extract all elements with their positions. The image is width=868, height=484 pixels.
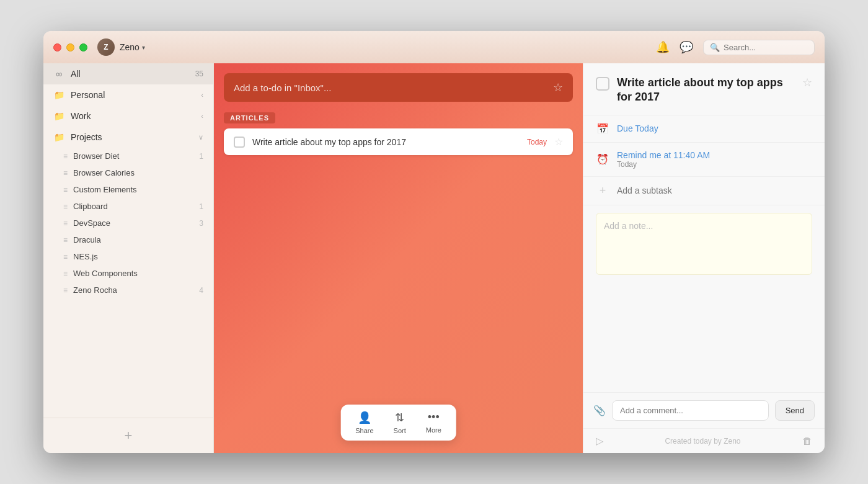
star-icon: ☆ bbox=[553, 81, 563, 94]
subitem-label: NES.js bbox=[73, 252, 203, 261]
reminder-info: Remind me at 11:40 AM Today bbox=[617, 150, 710, 169]
subitem-count: 1 bbox=[199, 152, 203, 161]
chevron-down-icon[interactable]: ▾ bbox=[142, 44, 145, 51]
task-star-icon[interactable]: ☆ bbox=[554, 136, 563, 148]
search-input[interactable] bbox=[724, 43, 808, 52]
plus-icon: + bbox=[596, 184, 609, 197]
chevron-right-icon-work: ‹ bbox=[201, 112, 203, 120]
more-button[interactable]: ••• More bbox=[426, 411, 441, 434]
task-due: Today bbox=[527, 138, 547, 146]
avatar: Z bbox=[97, 38, 115, 56]
sidebar-projects-label: Projects bbox=[71, 132, 195, 142]
footer-text: Created today by Zeno bbox=[665, 437, 740, 446]
list-icon: ≡ bbox=[63, 169, 67, 177]
list-icon: ≡ bbox=[63, 236, 67, 244]
paperclip-icon: 📎 bbox=[593, 405, 606, 416]
maximize-button[interactable] bbox=[79, 43, 87, 52]
inbox-input-bar[interactable]: Add a to-do in "Inbox"... ☆ bbox=[224, 73, 573, 102]
bell-icon[interactable]: 🔔 bbox=[656, 40, 670, 54]
sidebar-personal-label: Personal bbox=[71, 90, 197, 100]
reminder-row[interactable]: ⏰ Remind me at 11:40 AM Today bbox=[583, 143, 825, 177]
task-checkbox[interactable] bbox=[234, 137, 245, 148]
subitem-label: Zeno Rocha bbox=[73, 285, 199, 295]
inbox-placeholder: Add a to-do in "Inbox"... bbox=[234, 83, 331, 93]
reminder-label: Remind me at 11:40 AM bbox=[617, 150, 710, 160]
sidebar-subitem-devspace[interactable]: ≡ DevSpace 3 bbox=[43, 215, 213, 231]
traffic-lights bbox=[53, 43, 87, 52]
subtask-row[interactable]: + bbox=[583, 177, 825, 205]
subitem-label: Web Components bbox=[73, 269, 203, 278]
sidebar-all-label: All bbox=[71, 69, 195, 79]
subitem-count: 3 bbox=[199, 219, 203, 228]
sidebar-item-projects[interactable]: 📁 Projects ∨ bbox=[43, 127, 213, 148]
sidebar-item-work[interactable]: 📁 Work ‹ bbox=[43, 105, 213, 127]
detail-footer: ▷ Created today by Zeno 🗑 bbox=[583, 428, 825, 453]
calendar-icon: 📅 bbox=[596, 123, 609, 135]
infinity-icon: ∞ bbox=[53, 68, 64, 79]
note-placeholder: Add a note... bbox=[604, 221, 653, 231]
list-icon: ≡ bbox=[63, 202, 67, 211]
subitem-label: Clipboard bbox=[73, 202, 199, 211]
note-area[interactable]: Add a note... bbox=[596, 213, 812, 275]
share-label: Share bbox=[355, 427, 373, 434]
subitem-label: Custom Elements bbox=[73, 185, 203, 194]
sidebar-work-label: Work bbox=[71, 111, 197, 121]
sidebar-item-personal[interactable]: 📁 Personal ‹ bbox=[43, 84, 213, 105]
folder-icon-projects: 📁 bbox=[53, 132, 64, 143]
task-item[interactable]: Write article about my top apps for 2017… bbox=[224, 128, 573, 155]
subitem-label: Dracula bbox=[73, 235, 203, 244]
list-icon: ≡ bbox=[63, 186, 67, 194]
sidebar-subitem-nesjs[interactable]: ≡ NES.js bbox=[43, 248, 213, 265]
comment-input[interactable] bbox=[612, 400, 769, 421]
sort-label: Sort bbox=[394, 427, 406, 434]
forward-icon[interactable]: ▷ bbox=[596, 435, 603, 447]
tasks-section: ARTICLES Write article about my top apps… bbox=[214, 112, 583, 155]
clock-icon: ⏰ bbox=[596, 153, 609, 165]
right-panel: Write article about my top apps for 2017… bbox=[583, 63, 825, 453]
folder-icon: 📁 bbox=[53, 89, 64, 101]
sidebar-subitem-clipboard[interactable]: ≡ Clipboard 1 bbox=[43, 198, 213, 215]
send-button[interactable]: Send bbox=[775, 400, 815, 421]
task-detail-header: Write article about my top apps for 2017… bbox=[583, 63, 825, 115]
search-bar[interactable]: 🔍 bbox=[703, 40, 815, 55]
chevron-right-icon: ‹ bbox=[201, 91, 203, 99]
reminder-sub: Today bbox=[617, 160, 710, 169]
titlebar-right: 🔔 💬 🔍 bbox=[656, 40, 815, 55]
more-label: More bbox=[426, 426, 441, 434]
sort-icon: ⇅ bbox=[395, 411, 404, 424]
subtask-input[interactable] bbox=[617, 186, 812, 195]
trash-icon[interactable]: 🗑 bbox=[802, 436, 812, 447]
detail-checkbox[interactable] bbox=[596, 77, 609, 91]
due-date-row[interactable]: 📅 Due Today bbox=[583, 115, 825, 143]
close-button[interactable] bbox=[53, 43, 61, 52]
add-list-button[interactable]: + bbox=[118, 426, 138, 446]
detail-title: Write article about my top apps for 2017 bbox=[617, 76, 795, 105]
subitem-label: DevSpace bbox=[73, 218, 199, 228]
app-window: Z Zeno ▾ 🔔 💬 🔍 ∞ All 35 📁 Personal ‹ bbox=[43, 31, 825, 453]
chevron-down-icon-projects: ∨ bbox=[198, 133, 203, 141]
detail-star-icon[interactable]: ☆ bbox=[802, 76, 812, 89]
sidebar-subitem-browser-calories[interactable]: ≡ Browser Calories bbox=[43, 164, 213, 181]
chat-icon[interactable]: 💬 bbox=[680, 40, 693, 54]
sort-button[interactable]: ⇅ Sort bbox=[394, 411, 406, 434]
user-name: Zeno bbox=[120, 42, 140, 52]
sidebar-subitem-web-components[interactable]: ≡ Web Components bbox=[43, 265, 213, 282]
bottom-toolbar: 👤 Share ⇅ Sort ••• More bbox=[340, 405, 456, 441]
share-button[interactable]: 👤 Share bbox=[355, 411, 373, 434]
sidebar-subitem-custom-elements[interactable]: ≡ Custom Elements bbox=[43, 181, 213, 198]
subitem-label: Browser Diet bbox=[73, 151, 199, 161]
sidebar-item-all[interactable]: ∞ All 35 bbox=[43, 63, 213, 84]
list-icon: ≡ bbox=[63, 286, 67, 295]
sidebar-footer: + bbox=[43, 418, 213, 453]
subitem-count: 4 bbox=[199, 286, 203, 295]
sidebar-subitem-browser-diet[interactable]: ≡ Browser Diet 1 bbox=[43, 148, 213, 164]
section-label: ARTICLES bbox=[224, 112, 275, 123]
task-text: Write article about my top apps for 2017 bbox=[252, 137, 520, 147]
minimize-button[interactable] bbox=[66, 43, 74, 52]
sidebar-all-count: 35 bbox=[195, 69, 203, 78]
comment-area: 📎 Send bbox=[583, 392, 825, 428]
sidebar-subitem-dracula[interactable]: ≡ Dracula bbox=[43, 231, 213, 248]
sidebar: ∞ All 35 📁 Personal ‹ 📁 Work ‹ 📁 Project… bbox=[43, 63, 214, 453]
sidebar-subitem-zeno-rocha[interactable]: ≡ Zeno Rocha 4 bbox=[43, 282, 213, 298]
subitem-label: Browser Calories bbox=[73, 168, 203, 177]
